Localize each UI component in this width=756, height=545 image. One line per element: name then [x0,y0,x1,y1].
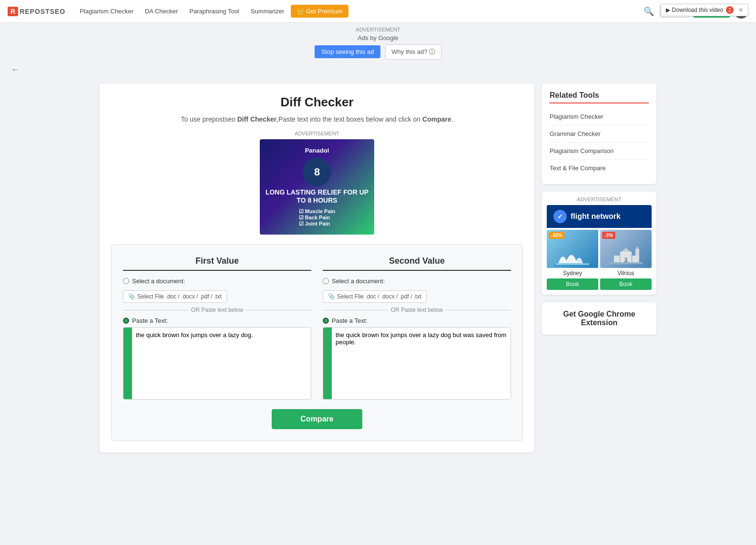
sidebar-ad-box: ADVERTISEMENT ✓ flight network -30% [542,192,656,295]
second-or-divider: OR Paste text below [323,307,511,313]
sidebar-ad-label: ADVERTISEMENT [547,196,652,202]
second-textarea[interactable]: the quick brown fox jumps over a lazy do… [332,328,511,399]
second-doc-select: Select a document: [323,278,511,285]
premium-button[interactable]: 👑 Get Premium [291,5,348,18]
second-file-btn-label: Select File .doc / .docx / .pdf / .txt [337,293,421,300]
vilnius-image: -3% [600,230,652,268]
second-value-title: Second Value [323,256,511,271]
back-arrow-button[interactable]: ← [8,63,23,75]
related-tools-box: Related Tools Plagiarism Checker Grammar… [542,83,656,184]
second-paste-text: Paste a Text: [332,317,368,324]
compare-button[interactable]: Compare [272,409,362,429]
first-doc-label: Select a document: [132,278,185,285]
ad-banner: ADVERTISEMENT Ads by Google Stop seeing … [0,23,756,63]
second-doc-radio[interactable] [323,278,329,284]
second-doc-label: Select a document: [332,278,385,285]
video-close-button[interactable]: ✕ [738,7,743,13]
search-button[interactable]: 🔍 [642,4,656,19]
ad-checklist: ☑ Muscle Pain ☑ Back Pain ☑ Joint Pain [299,208,336,227]
sydney-name: Sydney [547,270,598,277]
tool-text-file-compare[interactable]: Text & File Compare [550,160,649,176]
subtitle-suffix: ,Paste text into the text boxes below an… [276,115,422,123]
brand-name: REPOSTSEO [20,8,65,15]
badge1: 2 [726,6,734,14]
main-content: Diff Checker To use prepostseo Diff Chec… [100,83,534,452]
svg-rect-10 [627,253,628,261]
subtitle-cta: Compare [422,115,451,123]
ad-hours-badge: 8 [303,158,331,186]
ads-by-google: Ads by Google [4,34,752,41]
second-textarea-sidebar [323,328,332,399]
brand-icon: R [8,7,18,16]
video-banner: ▶ Download this video 2 ✕ [661,4,748,16]
tool-grammar-checker[interactable]: Grammar Checker [550,125,649,143]
svg-marker-6 [621,248,631,252]
sydney-dest: -30% Sydney Book [547,230,598,290]
nav-links: Plagiarism Checker DA Checker Paraphrasi… [75,5,642,18]
nav-summarizer[interactable]: Summarizer [246,5,289,18]
main-ad-label: ADVERTISEMENT [111,131,523,136]
second-paste-label: Paste a Text: [323,317,511,324]
svg-rect-9 [624,253,625,261]
first-or-text: OR Paste text below [191,307,243,313]
sydney-book-button[interactable]: Book [547,278,598,290]
second-paste-radio[interactable] [323,318,329,324]
first-textarea[interactable]: the quick brown fox jumps over a lazy do… [132,328,311,399]
tool-plagiarism-comparison[interactable]: Plagiarism Comparison [550,143,649,160]
svg-rect-8 [621,253,623,261]
vilnius-book-button[interactable]: Book [600,278,652,290]
svg-marker-13 [635,246,639,249]
crown-icon: 👑 [296,8,304,15]
nav-paraphrasing-tool[interactable]: Paraphrasing Tool [184,5,244,18]
stop-seeing-button[interactable]: Stop seeing this ad [315,45,381,58]
first-file-btn-label: Select File .doc / .docx / .pdf / .txt [137,293,222,300]
subtitle-prefix: To use prepostseo [181,115,237,123]
video-label: ▶ Download this video [666,7,723,13]
sidebar: Related Tools Plagiarism Checker Grammar… [542,83,656,452]
second-textarea-wrapper: the quick brown fox jumps over a lazy do… [323,327,511,400]
main-ad-block: ADVERTISEMENT Panadol 8 LONG LASTING REL… [111,131,523,235]
nav-da-checker[interactable]: DA Checker [140,5,183,18]
back-arrow-container: ← [0,63,756,76]
related-tools-title: Related Tools [550,91,649,103]
svg-rect-1 [556,263,589,265]
first-textarea-wrapper: the quick brown fox jumps over a lazy do… [123,327,311,400]
second-file-button[interactable]: 📎 Select File .doc / .docx / .pdf / .txt [323,290,427,303]
first-doc-select: Select a document: [123,278,311,285]
subtitle-tool: Diff Checker [237,115,276,123]
second-value-box: Second Value Select a document: 📎 Select… [323,256,511,400]
vilnius-discount: -3% [602,232,615,239]
sydney-opera-svg [553,242,592,266]
main-layout: Diff Checker To use prepostseo Diff Chec… [92,76,664,460]
chrome-ext-box: Get Google Chrome Extension [542,302,656,335]
nav-plagiarism-checker[interactable]: Plagiarism Checker [75,5,138,18]
ad-headline: LONG LASTING RELIEF FOR UP TO 8 HOURS [265,188,369,205]
subtitle-end: . [451,115,453,123]
svg-rect-12 [635,249,639,262]
svg-rect-4 [614,256,620,262]
navbar: R REPOSTSEO Plagiarism Checker DA Checke… [0,0,756,23]
page-title: Diff Checker [111,95,523,110]
svg-rect-11 [629,253,631,261]
flight-brand: flight network [571,212,621,221]
first-value-box: First Value Select a document: 📎 Select … [123,256,311,400]
first-textarea-sidebar [123,328,132,399]
flight-check-icon: ✓ [553,210,567,223]
first-value-title: First Value [123,256,311,271]
brand-logo[interactable]: R REPOSTSEO [8,7,65,16]
vilnius-svg [607,242,645,266]
page-subtitle: To use prepostseo Diff Checker,Paste tex… [111,115,523,123]
first-paste-label: Paste a Text: [123,317,311,324]
ad-brand: Panadol [305,147,329,154]
first-or-divider: OR Paste text below [123,307,311,313]
first-paste-radio[interactable] [123,318,129,324]
first-file-button[interactable]: 📎 Select File .doc / .docx / .pdf / .txt [123,290,227,303]
first-doc-radio[interactable] [123,278,129,284]
second-or-text: OR Paste text below [391,307,443,313]
vilnius-dest: -3% [600,230,652,290]
flight-images: -30% Sydney Book [547,230,652,290]
tool-plagiarism-checker[interactable]: Plagiarism Checker [550,108,649,125]
compare-grid: First Value Select a document: 📎 Select … [123,256,511,400]
why-this-ad-button[interactable]: Why this ad? ⓘ [385,44,441,60]
svg-rect-2 [609,262,643,264]
